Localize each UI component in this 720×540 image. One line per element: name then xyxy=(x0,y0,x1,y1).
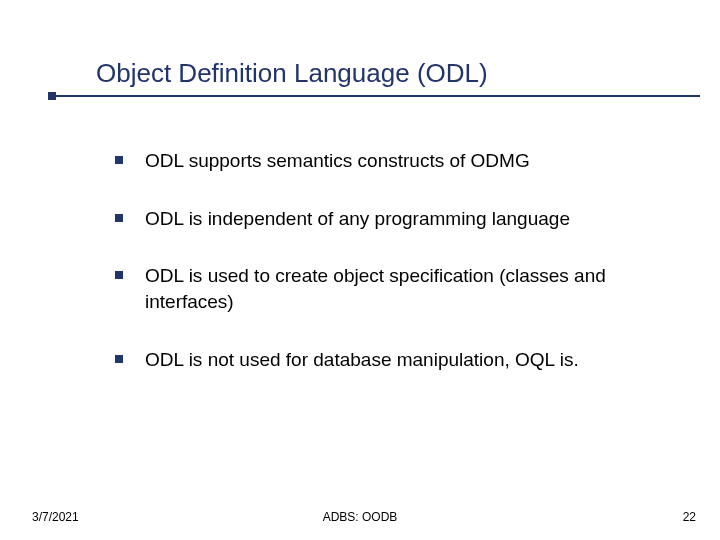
footer: 3/7/2021 ADBS: OODB 22 xyxy=(0,504,720,524)
list-item: ODL is not used for database manipulatio… xyxy=(115,347,660,373)
bullet-text: ODL is not used for database manipulatio… xyxy=(145,347,660,373)
square-bullet-icon xyxy=(115,355,123,363)
square-bullet-icon xyxy=(115,156,123,164)
list-item: ODL is used to create object specificati… xyxy=(115,263,660,314)
slide-title: Object Definition Language (ODL) xyxy=(0,58,720,95)
square-bullet-icon xyxy=(115,271,123,279)
title-accent-square xyxy=(48,92,56,100)
slide: Object Definition Language (ODL) ODL sup… xyxy=(0,0,720,540)
bullet-text: ODL supports semantics constructs of ODM… xyxy=(145,148,660,174)
footer-page-number: 22 xyxy=(683,510,696,524)
title-block: Object Definition Language (ODL) xyxy=(0,58,720,95)
content-area: ODL supports semantics constructs of ODM… xyxy=(115,148,660,404)
title-underline xyxy=(52,95,700,97)
bullet-text: ODL is used to create object specificati… xyxy=(145,263,660,314)
bullet-text: ODL is independent of any programming la… xyxy=(145,206,660,232)
list-item: ODL is independent of any programming la… xyxy=(115,206,660,232)
square-bullet-icon xyxy=(115,214,123,222)
footer-center: ADBS: OODB xyxy=(0,510,720,524)
list-item: ODL supports semantics constructs of ODM… xyxy=(115,148,660,174)
